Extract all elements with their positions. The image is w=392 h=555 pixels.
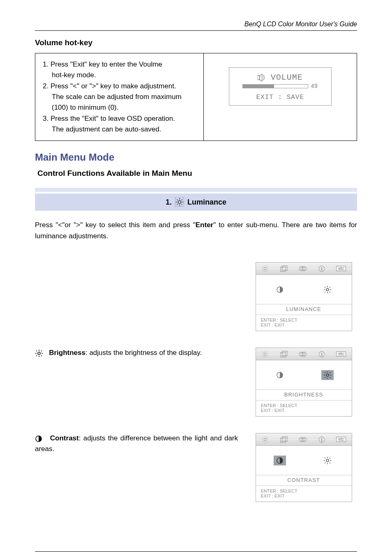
step-2-line: (100) to minimum (0). [43,102,196,113]
contrast-icon [35,435,42,442]
svg-line-16 [267,270,267,271]
contrast-bold: Contrast [50,434,79,442]
svg-point-89 [326,459,329,462]
brightness-icon-selected [321,370,334,380]
geometry-icon [280,265,288,272]
osd-contrast: I etc CONTRAST ENTER : SELECT EXIT : EXI… [256,433,352,502]
svg-line-95 [330,463,330,463]
brightness-description: Brightness: adjusts the brightness of th… [35,348,250,358]
svg-rect-81 [281,438,286,442]
step-3-line: The adjustment can be auto-saved. [43,124,196,135]
main-menu-subtitle: Control Functions Available in Main Menu [35,169,357,178]
svg-line-32 [325,287,325,288]
volume-value: 49 [311,83,318,90]
luminance-tab-bar: 1. Luminance [35,188,357,211]
osd-label: CONTRAST [256,475,352,486]
svg-line-79 [263,441,263,442]
step-2-line: The scale can be adjusted from maximum [43,92,196,102]
svg-line-9 [182,200,182,200]
etc-label: etc [336,351,346,357]
info-icon: I [318,436,325,443]
geometry-icon [280,436,288,443]
contrast-icon [274,370,286,380]
svg-line-68 [330,377,330,378]
svg-line-50 [263,352,263,352]
svg-line-80 [267,437,267,438]
step-3-line: 3. Press the "Exit" to leave OSD operati… [43,113,196,124]
svg-point-27 [326,288,329,291]
contrast-icon-selected [274,456,286,465]
color-icon [299,351,307,357]
svg-line-97 [330,458,330,458]
svg-rect-54 [281,352,286,357]
svg-text:I: I [321,352,323,357]
speaker-icon [258,74,267,81]
info-icon: I [318,351,325,357]
color-icon [299,437,307,442]
svg-line-8 [177,204,178,205]
main-menu-mode-title: Main Menu Mode [35,152,357,163]
svg-line-6 [177,200,178,200]
contrast-description: Contrast: adjusts the difference between… [35,433,250,455]
osd-hint: ENTER : SELECT EXIT : EXIT [256,315,352,331]
brightness-icon [261,436,269,443]
brightness-icon [261,350,269,358]
svg-line-51 [267,356,267,357]
text-fragment: Press "<"or ">" key to select this item … [35,221,196,229]
svg-line-33 [330,292,330,292]
svg-rect-20 [282,266,287,270]
svg-line-52 [263,356,263,357]
svg-line-77 [263,437,263,438]
svg-line-41 [36,350,37,351]
color-icon [299,266,307,272]
svg-line-18 [267,266,267,267]
svg-line-43 [36,355,37,356]
osd-volume: VOLUME 49 EXIT : SAVE [229,67,332,106]
brightness-icon [35,349,43,357]
volume-instructions: 1. Press "Exit" key to enter the Voulme … [35,53,204,140]
step-2-line: 2. Press "<" or ">" key to make adjustme… [43,81,196,92]
contrast-icon [274,285,286,295]
osd-label: BRIGHTNESS [256,390,352,401]
svg-point-62 [326,374,329,376]
svg-point-72 [264,438,266,441]
brightness-icon [321,456,334,465]
osd-hint: ENTER : SELECT EXIT : EXIT [256,401,352,416]
svg-line-7 [182,204,182,205]
etc-label: etc [336,437,346,442]
step-1-line: hot-key mode. [43,70,196,81]
brightness-icon [175,198,184,207]
volume-hotkey-title: Volume hot-key [35,38,357,47]
svg-point-45 [264,353,266,355]
brightness-icon [261,265,269,272]
svg-line-96 [325,463,325,463]
svg-point-10 [264,267,266,270]
svg-text:I: I [321,438,323,442]
svg-line-44 [41,350,42,351]
text-fragment: : adjusts the brightness of the display. [85,349,202,357]
svg-line-42 [41,355,42,356]
page-header: BenQ LCD Color Monitor User's Guide [35,21,357,31]
tab-number: 1. [166,198,172,207]
svg-text:I: I [321,267,323,271]
page-footer: English 34 [35,551,357,555]
osd-luminance: I etc LUMINANCE ENTER : SELECT EXIT : EX… [256,262,352,331]
geometry-icon [280,351,288,357]
svg-line-70 [330,372,330,373]
svg-line-17 [263,270,263,271]
svg-line-69 [325,377,325,378]
volume-osd-panel: VOLUME 49 EXIT : SAVE [204,53,357,140]
svg-point-1 [178,201,181,204]
luminance-body-text: Press "<"or ">" key to select this item … [35,220,357,242]
step-1-line: 1. Press "Exit" key to enter the Voulme [43,59,196,70]
svg-line-53 [267,352,267,352]
svg-line-94 [325,458,325,458]
volume-box: 1. Press "Exit" key to enter the Voulme … [35,53,357,141]
osd-hint: ENTER : SELECT EXIT : EXIT [256,486,352,502]
brightness-bold: Brightness [49,349,85,357]
brightness-icon [321,285,334,295]
osd-label: LUMINANCE [256,304,352,315]
info-icon: I [318,265,325,272]
volume-bar [242,84,308,88]
svg-line-15 [263,266,263,267]
